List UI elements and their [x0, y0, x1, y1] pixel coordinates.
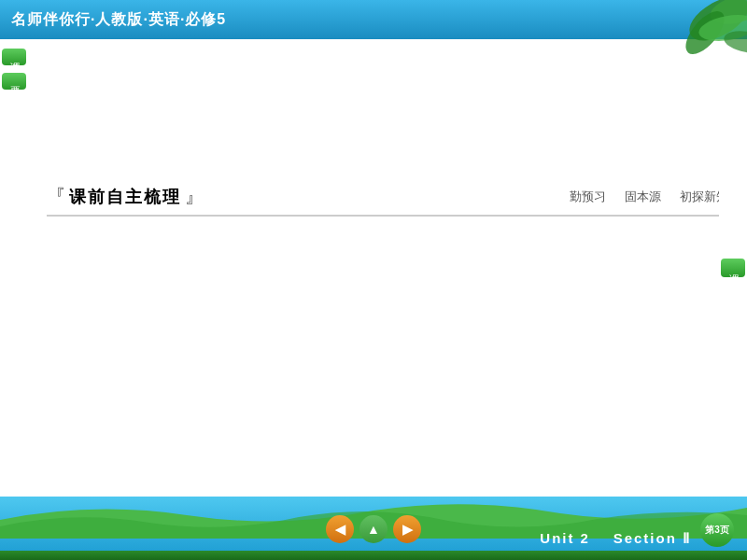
main-area: 课前自主梳理 要点精确归纳 『 课前自主梳理 』 勤预习 固本源 初探新知 课	[0, 39, 747, 497]
bracket-right: 』	[185, 184, 204, 209]
nav-next-button[interactable]: ▶	[393, 515, 421, 543]
footer-page-badge: 第3页	[700, 513, 734, 547]
section-title-bar: 『 课前自主梳理 』 勤预习 固本源 初探新知	[47, 184, 728, 217]
header-leaves-decoration	[635, 0, 747, 75]
sidebar-btn-homework[interactable]: 课时作业	[721, 259, 745, 277]
section-links: 勤预习 固本源 初探新知	[570, 189, 728, 205]
section-title-text: 课前自主梳理	[69, 186, 181, 208]
header-title: 名师伴你行·人教版·英语·必修5	[11, 10, 226, 30]
footer-nav: ◀ ▲ ▶	[326, 515, 421, 543]
sidebar-btn-keypoints[interactable]: 要点精确归纳	[2, 73, 26, 90]
footer-info: Unit 2 Section Ⅱ	[540, 530, 691, 547]
nav-up-button[interactable]: ▲	[359, 515, 388, 543]
link-preview[interactable]: 勤预习	[570, 189, 606, 205]
section-header: 『 课前自主梳理 』 勤预习 固本源 初探新知	[47, 184, 728, 217]
section-title-group: 『 课前自主梳理 』	[47, 184, 204, 209]
nav-prev-button[interactable]: ◀	[326, 515, 354, 543]
bracket-left: 『	[47, 184, 65, 209]
link-source[interactable]: 固本源	[625, 189, 661, 205]
content-area: 『 课前自主梳理 』 勤预习 固本源 初探新知	[28, 39, 747, 497]
footer: ◀ ▲ ▶ Unit 2 Section Ⅱ 第3页	[0, 497, 747, 560]
footer-unit: Unit 2 Section Ⅱ	[540, 530, 691, 547]
sidebar-btn-preview[interactable]: 课前自主梳理	[2, 49, 26, 65]
header: 名师伴你行·人教版·英语·必修5	[0, 0, 747, 39]
left-sidebar: 课前自主梳理 要点精确归纳	[0, 39, 28, 497]
right-sidebar: 课时作业	[719, 39, 747, 497]
footer-bottom-strip	[0, 551, 747, 560]
